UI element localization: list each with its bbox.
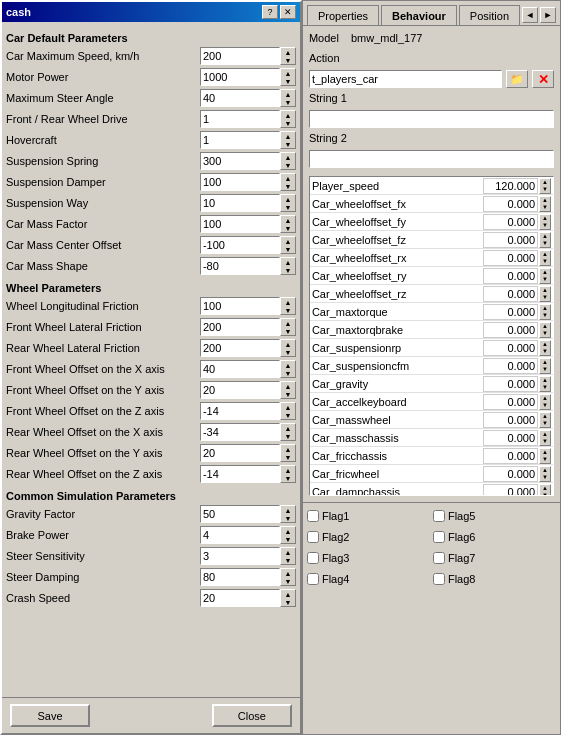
param-scrollbar[interactable]: ▲▼ bbox=[280, 297, 296, 315]
property-spinner[interactable]: ▲▼ bbox=[539, 394, 551, 410]
flag-checkbox[interactable] bbox=[307, 573, 319, 585]
property-spinner[interactable]: ▲▼ bbox=[539, 376, 551, 392]
param-scrollbar[interactable]: ▲▼ bbox=[280, 68, 296, 86]
param-input[interactable] bbox=[200, 173, 280, 191]
property-spinner[interactable]: ▲▼ bbox=[539, 268, 551, 284]
param-input[interactable] bbox=[200, 339, 280, 357]
param-scrollbar[interactable]: ▲▼ bbox=[280, 131, 296, 149]
param-input[interactable] bbox=[200, 89, 280, 107]
property-value-input[interactable] bbox=[483, 268, 538, 284]
param-input[interactable] bbox=[200, 236, 280, 254]
close-window-button[interactable]: ✕ bbox=[280, 5, 296, 19]
param-input[interactable] bbox=[200, 318, 280, 336]
param-input[interactable] bbox=[200, 444, 280, 462]
property-value-input[interactable] bbox=[483, 214, 538, 230]
property-spinner[interactable]: ▲▼ bbox=[539, 178, 551, 194]
tab-position[interactable]: Position bbox=[459, 5, 520, 25]
property-value-input[interactable] bbox=[483, 196, 538, 212]
param-input[interactable] bbox=[200, 505, 280, 523]
tab-properties[interactable]: Properties bbox=[307, 5, 379, 25]
param-input[interactable] bbox=[200, 360, 280, 378]
param-scrollbar[interactable]: ▲▼ bbox=[280, 589, 296, 607]
action-input[interactable] bbox=[309, 70, 502, 88]
param-input[interactable] bbox=[200, 381, 280, 399]
param-scrollbar[interactable]: ▲▼ bbox=[280, 360, 296, 378]
param-scrollbar[interactable]: ▲▼ bbox=[280, 152, 296, 170]
param-scrollbar[interactable]: ▲▼ bbox=[280, 381, 296, 399]
param-input[interactable] bbox=[200, 110, 280, 128]
param-scrollbar[interactable]: ▲▼ bbox=[280, 465, 296, 483]
help-button[interactable]: ? bbox=[262, 5, 278, 19]
param-scrollbar[interactable]: ▲▼ bbox=[280, 194, 296, 212]
property-value-input[interactable] bbox=[483, 394, 538, 410]
param-input[interactable] bbox=[200, 526, 280, 544]
property-spinner[interactable]: ▲▼ bbox=[539, 304, 551, 320]
property-spinner[interactable]: ▲▼ bbox=[539, 250, 551, 266]
param-input[interactable] bbox=[200, 257, 280, 275]
param-scrollbar[interactable]: ▲▼ bbox=[280, 173, 296, 191]
property-value-input[interactable] bbox=[483, 304, 538, 320]
string1-input[interactable] bbox=[309, 110, 554, 128]
action-folder-button[interactable]: 📁 bbox=[506, 70, 528, 88]
property-value-input[interactable] bbox=[483, 376, 538, 392]
param-scrollbar[interactable]: ▲▼ bbox=[280, 236, 296, 254]
flag-checkbox[interactable] bbox=[307, 552, 319, 564]
flag-checkbox[interactable] bbox=[433, 531, 445, 543]
param-input[interactable] bbox=[200, 402, 280, 420]
property-spinner[interactable]: ▲▼ bbox=[539, 214, 551, 230]
property-value-input[interactable] bbox=[483, 322, 538, 338]
tab-behaviour[interactable]: Behaviour bbox=[381, 5, 457, 25]
param-input[interactable] bbox=[200, 568, 280, 586]
property-value-input[interactable] bbox=[483, 430, 538, 446]
action-delete-button[interactable]: ✕ bbox=[532, 70, 554, 88]
tab-next-button[interactable]: ► bbox=[540, 7, 556, 23]
property-spinner[interactable]: ▲▼ bbox=[539, 196, 551, 212]
param-input[interactable] bbox=[200, 465, 280, 483]
param-scrollbar[interactable]: ▲▼ bbox=[280, 547, 296, 565]
property-spinner[interactable]: ▲▼ bbox=[539, 412, 551, 428]
param-scrollbar[interactable]: ▲▼ bbox=[280, 402, 296, 420]
param-input[interactable] bbox=[200, 547, 280, 565]
property-value-input[interactable] bbox=[483, 232, 538, 248]
property-value-input[interactable] bbox=[483, 340, 538, 356]
property-spinner[interactable]: ▲▼ bbox=[539, 466, 551, 482]
property-value-input[interactable] bbox=[483, 178, 538, 194]
param-input[interactable] bbox=[200, 589, 280, 607]
param-scrollbar[interactable]: ▲▼ bbox=[280, 423, 296, 441]
param-scrollbar[interactable]: ▲▼ bbox=[280, 568, 296, 586]
property-value-input[interactable] bbox=[483, 286, 538, 302]
property-spinner[interactable]: ▲▼ bbox=[539, 448, 551, 464]
param-scrollbar[interactable]: ▲▼ bbox=[280, 318, 296, 336]
flag-checkbox[interactable] bbox=[433, 510, 445, 522]
property-value-input[interactable] bbox=[483, 466, 538, 482]
close-button[interactable]: Close bbox=[212, 704, 292, 727]
param-scrollbar[interactable]: ▲▼ bbox=[280, 444, 296, 462]
param-scrollbar[interactable]: ▲▼ bbox=[280, 110, 296, 128]
save-button[interactable]: Save bbox=[10, 704, 90, 727]
property-value-input[interactable] bbox=[483, 412, 538, 428]
tab-prev-button[interactable]: ◄ bbox=[522, 7, 538, 23]
property-spinner[interactable]: ▲▼ bbox=[539, 484, 551, 497]
param-scrollbar[interactable]: ▲▼ bbox=[280, 339, 296, 357]
flag-checkbox[interactable] bbox=[307, 531, 319, 543]
param-scrollbar[interactable]: ▲▼ bbox=[280, 505, 296, 523]
property-value-input[interactable] bbox=[483, 448, 538, 464]
param-input[interactable] bbox=[200, 423, 280, 441]
param-input[interactable] bbox=[200, 215, 280, 233]
param-input[interactable] bbox=[200, 68, 280, 86]
param-input[interactable] bbox=[200, 152, 280, 170]
string2-input[interactable] bbox=[309, 150, 554, 168]
param-scrollbar[interactable]: ▲▼ bbox=[280, 526, 296, 544]
property-value-input[interactable] bbox=[483, 358, 538, 374]
param-scrollbar[interactable]: ▲▼ bbox=[280, 215, 296, 233]
param-scrollbar[interactable]: ▲▼ bbox=[280, 89, 296, 107]
param-input[interactable] bbox=[200, 47, 280, 65]
param-input[interactable] bbox=[200, 194, 280, 212]
flag-checkbox[interactable] bbox=[433, 573, 445, 585]
property-spinner[interactable]: ▲▼ bbox=[539, 430, 551, 446]
property-spinner[interactable]: ▲▼ bbox=[539, 232, 551, 248]
property-value-input[interactable] bbox=[483, 484, 538, 497]
property-spinner[interactable]: ▲▼ bbox=[539, 286, 551, 302]
property-value-input[interactable] bbox=[483, 250, 538, 266]
param-scrollbar[interactable]: ▲▼ bbox=[280, 47, 296, 65]
